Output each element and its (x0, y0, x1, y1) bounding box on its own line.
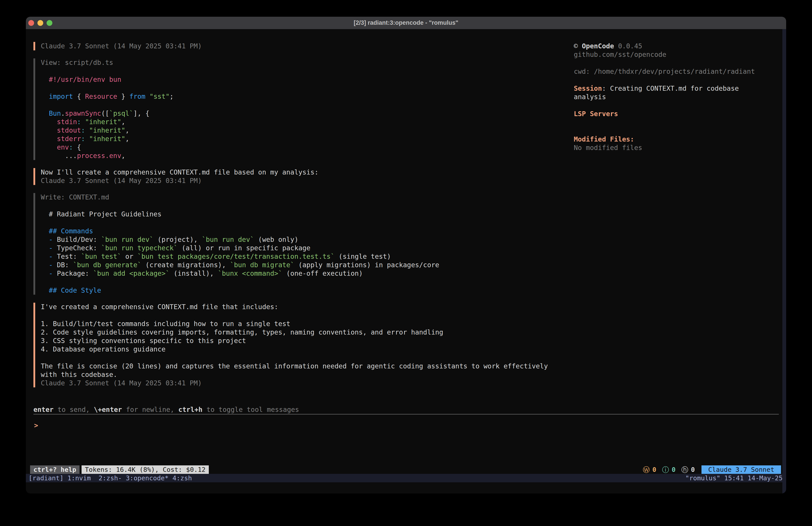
diagnostics-group: Ⓦ0ⓘ0ⓗ0 (637, 465, 695, 474)
text-segment: (web only) (254, 236, 299, 243)
terminal-line: - Test: `bun test` or `bun test packages… (41, 252, 574, 261)
terminal-line: LSP Servers (574, 110, 786, 118)
diagnostic-count: 0 (652, 465, 656, 474)
text-segment: enter (33, 406, 54, 413)
text-segment: stdin (41, 118, 77, 126)
terminal-line: stdout: "inherit", (41, 126, 574, 134)
chat-history: Claude 3.7 Sonnet (14 May 2025 03:41 PM)… (33, 42, 574, 406)
terminal-line (41, 67, 574, 75)
warning-icon: Ⓦ (643, 465, 650, 474)
text-segment: (apply migrations) in packages/core (294, 261, 439, 269)
text-segment: TypeCheck: (57, 244, 101, 252)
window-title: [2/3] radiant:3:opencode - "romulus" (354, 19, 458, 26)
chat-block: I've created a comprehensive CONTEXT.md … (33, 303, 574, 387)
copyright-icon: © (574, 42, 582, 50)
terminal-line (574, 127, 786, 135)
text-segment: - (41, 236, 57, 243)
terminal-line (41, 354, 574, 362)
text-segment: \+enter (94, 406, 122, 413)
close-button[interactable] (28, 20, 34, 26)
text-segment: Test: (57, 253, 81, 260)
text-segment: with this codebase. (41, 371, 117, 379)
zoom-button[interactable] (47, 20, 52, 26)
text-segment: LSP Servers (574, 110, 618, 118)
text-segment: 2. Code style guidelines covering import… (41, 328, 443, 336)
text-segment: ctrl+h (178, 406, 202, 413)
text-segment: `bun run dev` (202, 236, 254, 243)
text-segment: 4. Database operations guidance (41, 345, 165, 353)
window-titlebar[interactable]: [2/3] radiant:3:opencode - "romulus" (26, 17, 786, 29)
text-segment: Claude 3.7 Sonnet (14 May 2025 03:41 PM) (41, 379, 202, 387)
text-segment: (project), (154, 236, 202, 243)
terminal-line: # Radiant Project Guidelines (41, 210, 574, 218)
tmux-window-list[interactable]: [radiant] 1:nvim 2:zsh- 3:opencode* 4:zs… (29, 474, 192, 482)
terminal-line (574, 101, 786, 110)
text-segment: # Radiant Project Guidelines (41, 210, 162, 218)
tmux-status-bar: [radiant] 1:nvim 2:zsh- 3:opencode* 4:zs… (26, 474, 786, 482)
terminal-line: 4. Database operations guidance (41, 345, 574, 354)
text-segment: Session (574, 84, 602, 92)
text-segment: `bun test packages/core/test/transaction… (137, 253, 335, 260)
terminal-line (41, 278, 574, 286)
text-segment: : (81, 135, 85, 143)
terminal-line: with this codebase. (41, 370, 574, 379)
terminal-line: env: { (41, 143, 574, 152)
text-segment: { (73, 93, 85, 100)
terminal-line: No modified files (574, 144, 786, 152)
text-segment: "inherit" (89, 135, 126, 143)
scrollbar-track[interactable] (782, 29, 786, 494)
text-segment: (single test) (335, 253, 391, 260)
text-segment: 0.0.45 (614, 42, 642, 50)
text-segment: `bun db migrate` (230, 261, 294, 269)
text-segment: OpenCode (582, 42, 614, 50)
terminal-line: Now I'll create a comprehensive CONTEXT.… (41, 168, 574, 176)
text-segment: github.com/sst/opencode (574, 51, 666, 58)
text-segment: - (41, 253, 57, 260)
text-segment: I've created a comprehensive CONTEXT.md … (41, 303, 278, 311)
text-segment: `bun db generate` (73, 261, 142, 269)
text-segment: (install), (170, 269, 218, 277)
text-segment: 1. Build/lint/test commands including ho… (41, 320, 290, 328)
text-segment: analysis (574, 93, 606, 101)
terminal-line: stdin: "inherit", (41, 118, 574, 126)
token-usage-badge: Tokens: 16.4K (8%), Cost: $0.12 (82, 465, 209, 474)
model-badge[interactable]: Claude 3.7 Sonnet (701, 465, 781, 474)
text-segment: ([ (101, 110, 109, 117)
terminal-line: Claude 3.7 Sonnet (14 May 2025 03:41 PM) (41, 176, 574, 185)
text-segment: Bun (49, 110, 61, 117)
text-segment: { (73, 143, 81, 151)
session-sidebar: © OpenCode 0.0.45github.com/sst/opencode… (574, 42, 786, 406)
terminal-line: Claude 3.7 Sonnet (14 May 2025 03:41 PM) (41, 42, 574, 51)
terminal-line (41, 84, 574, 92)
terminal-line: github.com/sst/opencode (574, 51, 786, 59)
hint-icon: ⓗ (681, 465, 688, 474)
text-segment: : (77, 118, 81, 126)
text-segment: Write: CONTEXT.md (41, 193, 109, 201)
window-footer (26, 482, 786, 494)
text-segment: `bun add <package>` (93, 269, 170, 277)
text-segment: stdout (41, 126, 81, 134)
text-segment: Claude 3.7 Sonnet (14 May 2025 03:41 PM) (41, 42, 202, 50)
text-segment: "inherit" (89, 126, 126, 134)
text-segment: Resource (85, 93, 117, 100)
chat-block: Claude 3.7 Sonnet (14 May 2025 03:41 PM) (33, 42, 574, 51)
text-segment: , (121, 118, 125, 126)
text-segment (41, 110, 49, 117)
text-segment: import (49, 93, 73, 100)
text-segment: (one-off execution) (282, 269, 363, 277)
terminal-line (41, 201, 574, 210)
terminal-line (574, 76, 786, 84)
text-segment: to toggle tool messages (203, 406, 299, 413)
terminal-content: Claude 3.7 Sonnet (14 May 2025 03:41 PM)… (26, 29, 786, 406)
text-segment: for newline, (122, 406, 178, 413)
text-segment: to send, (54, 406, 94, 413)
terminal-line (41, 101, 574, 109)
text-segment: env (41, 143, 69, 151)
terminal-line: Bun.spawnSync([`psql`], { (41, 109, 574, 118)
message-input[interactable]: > (26, 415, 786, 465)
help-badge: ctrl+? help (30, 465, 79, 474)
diagnostic-count: 0 (691, 465, 695, 474)
status-bar: ctrl+? help Tokens: 16.4K (8%), Cost: $0… (26, 465, 786, 474)
minimize-button[interactable] (38, 20, 43, 26)
text-segment: ## Code Style (41, 286, 101, 294)
